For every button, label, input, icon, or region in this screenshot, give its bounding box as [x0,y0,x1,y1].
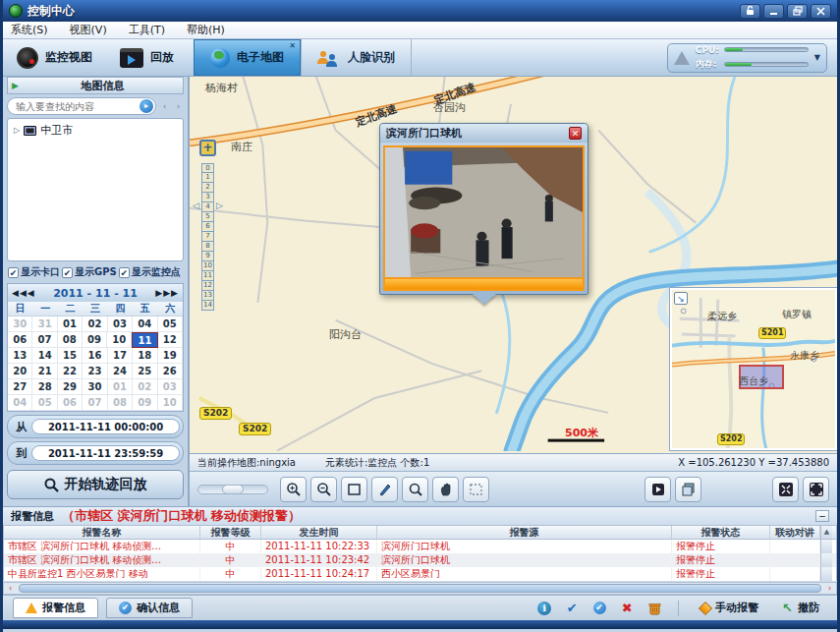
alarm-table-hscrollbar[interactable]: ‹ › [3,582,837,595]
zoom-in-button[interactable] [280,477,307,502]
column-header-4[interactable]: 报警状态 [672,526,770,539]
collapse-arrow-icon[interactable]: ▶ [12,81,19,90]
column-header-1[interactable]: 报警等级 [200,526,261,539]
popup-close-icon[interactable]: ✕ [569,127,582,140]
zoom-level-3[interactable]: 3 [201,193,214,202]
popup-control-bar[interactable] [385,277,583,289]
confirm-alarm-button[interactable]: ✔ [562,600,582,617]
play-layer-button[interactable] [644,477,671,502]
search-input[interactable] [16,101,140,112]
unlock-button[interactable] [740,4,760,19]
fullscreen-button[interactable] [803,477,829,502]
next-month-button[interactable]: ▶ [155,288,163,298]
calendar-day[interactable]: 12 [158,332,183,348]
calendar-day[interactable]: 05 [158,316,183,332]
calendar-day[interactable]: 29 [58,379,83,395]
zoom-level-2[interactable]: 2 [201,183,214,193]
column-header-5[interactable]: 联动对讲 [770,526,820,539]
calendar-day[interactable]: 07 [32,332,57,348]
calendar-day[interactable]: 17 [108,348,133,364]
tab-electronic-map[interactable]: 电子地图✕ [194,39,301,76]
calendar-day[interactable]: 09 [83,332,107,348]
clear-all-button[interactable] [644,600,664,617]
calendar-day[interactable]: 30 [83,379,107,395]
menu-item-2[interactable]: 工具(T) [129,23,165,37]
calendar-day[interactable]: 22 [58,364,83,379]
map-zoom-in-button[interactable]: + [199,140,216,156]
alarm-details-button[interactable]: i [534,600,554,617]
hscroll-thumb[interactable] [19,584,821,593]
playback-button[interactable]: 回放 [106,39,188,76]
chevron-down-icon[interactable]: ▼ [814,53,820,62]
calendar-day[interactable]: 10 [158,395,183,411]
calendar-day[interactable]: 19 [158,348,183,364]
zoom-level-4[interactable]: 4 [201,202,214,212]
minimap-collapse-icon[interactable]: ↘ [674,292,688,305]
map-info-header[interactable]: ▶ 地图信息 [7,77,184,94]
prev-month-button[interactable]: ◀ [28,288,35,298]
table-vscrollbar[interactable]: ▲ [820,526,832,539]
column-header-3[interactable]: 报警源 [377,526,672,539]
table-vscrollbar-track[interactable] [820,567,832,581]
scroll-left-icon[interactable]: ‹ [4,584,17,593]
calendar-day[interactable]: 07 [83,395,107,411]
minimize-button[interactable] [763,4,784,19]
tree-item-city[interactable]: ▷ 中卫市 [14,123,177,138]
checkbox-icon[interactable]: ✔ [8,267,19,278]
zoom-slider-thumb[interactable] [222,485,244,494]
checkbox-icon[interactable]: ✔ [119,267,130,278]
overview-minimap[interactable]: ↘ 柔远乡镇罗镇永康乡西台乡S201S202 [670,288,837,450]
calendar-day[interactable]: 18 [133,348,157,364]
zoom-level-left-arrow-icon[interactable]: ◁ [193,201,199,210]
calendar-day[interactable]: 28 [32,379,57,395]
layers-button[interactable] [675,477,701,502]
calendar-day[interactable]: 14 [32,348,57,364]
calendar-day[interactable]: 01 [108,379,133,395]
zoom-level-5[interactable]: 5 [201,212,214,222]
calendar-day[interactable]: 04 [8,395,32,411]
measure-pencil-button[interactable] [371,477,398,502]
to-datetime-input[interactable] [31,445,180,461]
column-header-0[interactable]: 报警名称 [4,526,200,539]
table-row[interactable]: 市辖区 滨河所门口球机 移动侦测...中2011-11-11 10:23:42滨… [4,553,836,567]
disarm-button[interactable]: ↖ 撤防 [774,601,827,615]
zoom-level-14[interactable]: 14 [201,301,214,311]
calendar-day[interactable]: 06 [8,332,32,348]
menu-item-1[interactable]: 视图(V) [70,23,107,37]
scroll-right-icon[interactable]: › [823,584,836,593]
tab-face-recognition[interactable]: 人脸识别 [301,39,412,76]
calendar-day[interactable]: 06 [58,395,83,411]
menu-item-3[interactable]: 帮助(H) [187,23,225,37]
table-row[interactable]: 市辖区 滨河所门口球机 移动侦测...中2011-11-11 10:22:33滨… [4,540,836,553]
calendar-day[interactable]: 25 [133,364,157,379]
checkbox-icon[interactable]: ✔ [62,267,73,278]
zoom-area-button[interactable] [402,477,428,502]
confirm-all-button[interactable]: ✔ [589,600,609,617]
calendar-day[interactable]: 02 [133,379,157,395]
layer-checkbox-2[interactable]: ✔显示监控点 [119,265,181,279]
calendar-day[interactable]: 09 [133,395,157,411]
search-next-button[interactable]: › [173,99,184,113]
zoom-level-right-arrow-icon[interactable]: ▷ [216,201,223,210]
manual-alarm-button[interactable]: 手动报警 [693,601,766,615]
calendar-day[interactable]: 11 [132,332,157,348]
table-vscrollbar-track[interactable] [820,553,832,567]
layer-checkbox-0[interactable]: ✔显示卡口 [8,265,60,279]
zoom-level-6[interactable]: 6 [201,222,214,232]
rect-select-button[interactable] [341,477,367,502]
menu-item-0[interactable]: 系统(S) [11,23,48,37]
tree-expand-icon[interactable]: ▷ [14,126,20,135]
from-datetime-input[interactable] [31,419,180,434]
column-header-2[interactable]: 发生时间 [261,526,377,539]
calendar-day[interactable]: 01 [58,316,83,332]
delete-alarm-button[interactable]: ✖ [617,600,637,617]
next-year-button[interactable]: ▶▶ [163,288,179,298]
calendar-day[interactable]: 05 [32,395,57,411]
start-track-playback-button[interactable]: 开始轨迹回放 [7,470,184,499]
calendar-day[interactable]: 04 [133,316,157,332]
pan-hand-button[interactable] [432,477,459,502]
zoom-level-8[interactable]: 8 [201,242,214,252]
calendar-day[interactable]: 31 [32,316,57,332]
search-prev-button[interactable]: ‹ [159,99,170,113]
tab-alarm-info[interactable]: 报警信息 [13,598,98,618]
